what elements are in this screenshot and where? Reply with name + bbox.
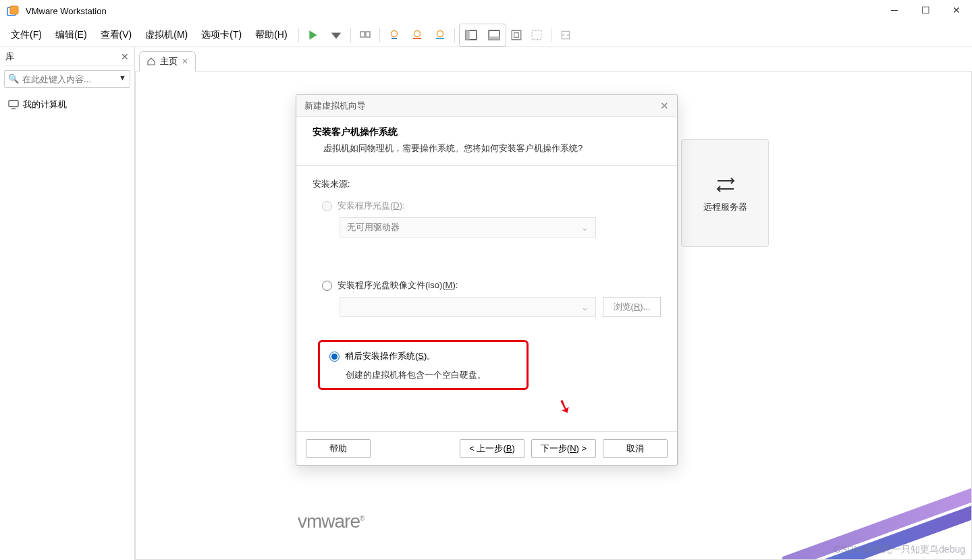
separator bbox=[454, 28, 455, 43]
svg-rect-4 bbox=[360, 32, 364, 37]
tab-strip: 主页 ✕ bbox=[135, 50, 972, 72]
chevron-down-icon: ⌄ bbox=[581, 302, 589, 312]
connect-icon bbox=[711, 173, 739, 196]
separator bbox=[298, 28, 299, 43]
separator bbox=[379, 28, 380, 43]
vmware-app-icon bbox=[7, 5, 19, 18]
tab-close-icon[interactable]: ✕ bbox=[182, 57, 188, 66]
radio-iso-file-input[interactable] bbox=[322, 281, 332, 291]
menu-edit[interactable]: 编辑(E) bbox=[49, 25, 94, 45]
clock-icon-1[interactable] bbox=[384, 26, 404, 45]
new-vm-wizard-dialog: 新建虚拟机向导 ✕ 安装客户机操作系统 虚拟机如同物理机，需要操作系统。您将如何… bbox=[296, 94, 678, 466]
home-icon bbox=[146, 57, 156, 66]
title-bar: VMware Workstation ─ ☐ ✕ bbox=[0, 0, 972, 23]
radio-installer-disc[interactable]: 安装程序光盘(D): bbox=[322, 200, 661, 212]
dialog-body: 安装来源: 安装程序光盘(D): 无可用驱动器 ⌄ 安装程序光盘映像文件(iso… bbox=[296, 166, 677, 431]
remote-server-label: 远程服务器 bbox=[703, 201, 747, 213]
maximize-button[interactable]: ☐ bbox=[910, 0, 941, 20]
radio-installer-disc-label: 安装程序光盘(D): bbox=[338, 200, 405, 212]
vmware-logo: vmware® bbox=[298, 511, 364, 532]
window-title: VMware Workstation bbox=[26, 6, 107, 16]
sidebar-title: 库 bbox=[5, 51, 14, 63]
unity-icon[interactable] bbox=[526, 26, 547, 45]
iso-path-select[interactable]: ⌄ bbox=[340, 297, 596, 317]
menu-tabs[interactable]: 选项卡(T) bbox=[194, 25, 248, 45]
close-button[interactable]: ✕ bbox=[941, 0, 972, 20]
disc-drive-select: 无可用驱动器 ⌄ bbox=[340, 217, 596, 237]
dialog-title: 新建虚拟机向导 bbox=[304, 100, 366, 112]
cancel-button[interactable]: 取消 bbox=[603, 439, 668, 458]
fullscreen-icon[interactable] bbox=[506, 26, 526, 45]
play-button[interactable] bbox=[303, 26, 323, 45]
tree-item-my-computer[interactable]: 我的计算机 bbox=[7, 96, 128, 113]
svg-point-8 bbox=[437, 30, 443, 36]
radio-install-later-note: 创建的虚拟机将包含一个空白硬盘。 bbox=[346, 369, 517, 381]
svg-marker-2 bbox=[309, 30, 317, 40]
radio-iso-file-label: 安装程序光盘映像文件(iso)(M): bbox=[338, 279, 458, 291]
search-icon: 🔍 bbox=[8, 74, 19, 84]
dialog-heading: 安装客户机操作系统 bbox=[313, 126, 661, 138]
watermark-text: CSDN @杀死一只知更鸟debug bbox=[834, 544, 965, 556]
browse-button[interactable]: 浏览(R)... bbox=[603, 297, 661, 317]
layout-bottom-icon[interactable] bbox=[484, 26, 504, 45]
clock-icon-3[interactable] bbox=[430, 26, 450, 45]
highlighted-option: 稍后安装操作系统(S)。 创建的虚拟机将包含一个空白硬盘。 bbox=[318, 340, 529, 390]
library-search-input[interactable] bbox=[4, 70, 130, 88]
snapshot-icon[interactable] bbox=[355, 26, 375, 45]
back-button[interactable]: < 上一步(B) bbox=[460, 439, 524, 458]
separator bbox=[551, 28, 551, 43]
play-dropdown[interactable] bbox=[326, 26, 346, 45]
remote-server-card[interactable]: 远程服务器 bbox=[681, 139, 769, 247]
radio-iso-file[interactable]: 安装程序光盘映像文件(iso)(M): bbox=[322, 279, 661, 291]
svg-rect-1 bbox=[10, 6, 18, 14]
stretch-icon[interactable] bbox=[556, 26, 576, 45]
disc-drive-value: 无可用驱动器 bbox=[347, 221, 400, 233]
svg-point-7 bbox=[414, 30, 420, 36]
svg-rect-17 bbox=[9, 101, 18, 107]
radio-install-later-label: 稍后安装操作系统(S)。 bbox=[345, 350, 435, 362]
sidebar-close-icon[interactable]: ✕ bbox=[121, 51, 129, 62]
svg-rect-5 bbox=[366, 32, 370, 37]
menu-bar: 文件(F) 编辑(E) 查看(V) 虚拟机(M) 选项卡(T) 帮助(H) bbox=[0, 23, 972, 47]
svg-marker-3 bbox=[331, 32, 340, 38]
dialog-subheading: 虚拟机如同物理机，需要操作系统。您将如何安装客户机操作系统? bbox=[313, 142, 661, 155]
radio-install-later[interactable]: 稍后安装操作系统(S)。 bbox=[329, 350, 517, 362]
menu-vm[interactable]: 虚拟机(M) bbox=[138, 25, 194, 45]
radio-install-later-input[interactable] bbox=[329, 352, 340, 362]
dialog-close-icon[interactable]: ✕ bbox=[660, 100, 669, 112]
menu-help[interactable]: 帮助(H) bbox=[248, 25, 294, 45]
library-sidebar: 库 ✕ 🔍 ▼ 我的计算机 bbox=[0, 47, 135, 560]
clock-icon-2[interactable] bbox=[407, 26, 427, 45]
svg-rect-15 bbox=[532, 30, 541, 40]
tree-item-label: 我的计算机 bbox=[23, 99, 67, 111]
tab-home[interactable]: 主页 ✕ bbox=[139, 51, 196, 72]
search-dropdown-icon[interactable]: ▼ bbox=[119, 74, 126, 82]
minimize-button[interactable]: ─ bbox=[879, 0, 910, 20]
help-button[interactable]: 帮助 bbox=[306, 439, 371, 458]
library-tree: 我的计算机 bbox=[0, 92, 134, 117]
svg-rect-10 bbox=[466, 30, 470, 40]
separator bbox=[350, 28, 351, 43]
svg-rect-13 bbox=[512, 30, 521, 40]
svg-rect-12 bbox=[489, 36, 500, 40]
monitor-icon bbox=[8, 100, 19, 109]
next-button[interactable]: 下一步(N) > bbox=[531, 439, 596, 458]
radio-installer-disc-input bbox=[322, 201, 332, 211]
dialog-footer: 帮助 < 上一步(B) 下一步(N) > 取消 bbox=[296, 431, 677, 465]
annotation-arrow-icon: ➘ bbox=[554, 393, 576, 420]
install-source-label: 安装来源: bbox=[313, 178, 661, 190]
svg-rect-14 bbox=[514, 32, 518, 37]
menu-view[interactable]: 查看(V) bbox=[94, 25, 139, 45]
chevron-down-icon: ⌄ bbox=[581, 223, 589, 233]
menu-file[interactable]: 文件(F) bbox=[4, 25, 49, 45]
layout-sidebar-icon[interactable] bbox=[461, 26, 481, 45]
tab-label: 主页 bbox=[160, 55, 178, 67]
svg-point-6 bbox=[391, 30, 397, 36]
